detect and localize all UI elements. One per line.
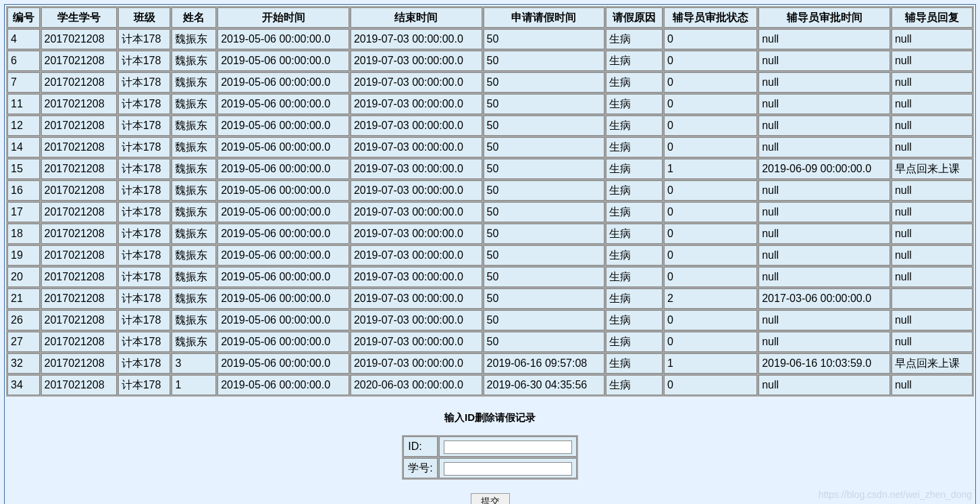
table-row: 212017021208计本178魏振东2019-05-06 00:00:00.… — [7, 288, 973, 309]
cell: 计本178 — [118, 375, 171, 395]
table-header-row: 编号学生学号班级姓名开始时间结束时间申请请假时间请假原因辅导员审批状态辅导员审批… — [7, 7, 973, 28]
cell: 2017021208 — [41, 202, 117, 222]
cell: 1 — [172, 375, 216, 395]
cell: 2019-05-06 00:00:00.0 — [217, 245, 349, 266]
col-header-10: 辅导员回复 — [892, 7, 973, 28]
cell: 0 — [664, 375, 757, 395]
cell: null — [758, 245, 890, 266]
cell: 魏振东 — [172, 288, 216, 309]
cell: 0 — [664, 51, 757, 71]
cell: 2017021208 — [41, 288, 117, 309]
col-header-5: 结束时间 — [351, 7, 482, 28]
cell: 2017-03-06 00:00:00.0 — [758, 288, 890, 309]
cell: 2017021208 — [41, 94, 117, 114]
cell: 2017021208 — [41, 224, 117, 244]
cell: 计本178 — [118, 51, 171, 71]
cell: 2019-05-06 00:00:00.0 — [217, 375, 349, 395]
cell: 2017021208 — [41, 29, 117, 49]
col-header-6: 申请请假时间 — [484, 7, 605, 28]
cell: 生病 — [606, 310, 663, 330]
cell: null — [758, 94, 890, 114]
cell: null — [892, 94, 973, 114]
cell: 2019-05-06 00:00:00.0 — [217, 29, 349, 49]
cell: 12 — [7, 116, 40, 136]
cell: null — [892, 29, 973, 49]
cell: 2019-07-03 00:00:00.0 — [351, 159, 482, 179]
cell: 11 — [7, 94, 40, 114]
cell: 2019-05-06 00:00:00.0 — [217, 202, 349, 222]
submit-button[interactable]: 提交 — [471, 493, 510, 504]
cell: 生病 — [606, 245, 663, 266]
delete-form-table: ID: 学号: — [402, 435, 577, 480]
cell: null — [892, 224, 973, 244]
cell: 21 — [7, 288, 40, 309]
cell: 0 — [664, 180, 757, 201]
cell: 生病 — [606, 180, 663, 201]
cell: 50 — [484, 51, 605, 71]
cell: 计本178 — [118, 116, 171, 136]
cell: 19 — [7, 245, 40, 266]
table-row: 62017021208计本178魏振东2019-05-06 00:00:00.0… — [7, 51, 973, 71]
col-header-4: 开始时间 — [217, 7, 349, 28]
cell: 50 — [484, 29, 605, 49]
cell: null — [758, 332, 890, 352]
table-row: 72017021208计本178魏振东2019-05-06 00:00:00.0… — [7, 72, 973, 93]
cell: 2019-07-03 00:00:00.0 — [351, 29, 482, 49]
delete-form-section: 输入ID删除请假记录 ID: 学号: 提交 — [6, 411, 974, 504]
cell: 18 — [7, 224, 40, 244]
cell: null — [758, 375, 890, 395]
cell: 50 — [484, 224, 605, 244]
cell: 14 — [7, 137, 40, 157]
cell: 2017021208 — [41, 310, 117, 330]
cell: 魏振东 — [172, 180, 216, 201]
table-row: 172017021208计本178魏振东2019-05-06 00:00:00.… — [7, 202, 973, 222]
cell: 3 — [172, 353, 216, 374]
cell: 魏振东 — [172, 159, 216, 179]
cell: 计本178 — [118, 202, 171, 222]
cell: null — [892, 310, 973, 330]
cell: 魏振东 — [172, 51, 216, 71]
col-header-1: 学生学号 — [41, 7, 117, 28]
cell: 2019-06-16 10:03:59.0 — [758, 353, 890, 374]
cell: null — [892, 267, 973, 287]
cell: 2017021208 — [41, 267, 117, 287]
cell: 50 — [484, 94, 605, 114]
cell: 2 — [664, 288, 757, 309]
cell: 6 — [7, 51, 40, 71]
cell: 0 — [664, 94, 757, 114]
leave-records-table: 编号学生学号班级姓名开始时间结束时间申请请假时间请假原因辅导员审批状态辅导员审批… — [6, 6, 974, 397]
cell: 生病 — [606, 202, 663, 222]
cell: 32 — [7, 353, 40, 374]
table-row: 112017021208计本178魏振东2019-05-06 00:00:00.… — [7, 94, 973, 114]
cell: 魏振东 — [172, 137, 216, 157]
table-row: 182017021208计本178魏振东2019-05-06 00:00:00.… — [7, 224, 973, 244]
cell: 魏振东 — [172, 224, 216, 244]
cell: 魏振东 — [172, 332, 216, 352]
cell: 2017021208 — [41, 116, 117, 136]
cell: 0 — [664, 245, 757, 266]
cell: 魏振东 — [172, 310, 216, 330]
student-no-input[interactable] — [444, 462, 572, 476]
cell: 0 — [664, 224, 757, 244]
cell: 计本178 — [118, 137, 171, 157]
cell: 生病 — [606, 353, 663, 374]
cell: 计本178 — [118, 29, 171, 49]
cell: 魏振东 — [172, 94, 216, 114]
cell: 2019-06-30 04:35:56 — [484, 375, 605, 395]
cell: 生病 — [606, 159, 663, 179]
cell: null — [758, 29, 890, 49]
cell: null — [892, 137, 973, 157]
form-title: 输入ID删除请假记录 — [6, 411, 974, 424]
cell: 2019-06-09 00:00:00.0 — [758, 159, 890, 179]
cell: 1 — [664, 353, 757, 374]
cell: null — [892, 332, 973, 352]
table-row: 262017021208计本178魏振东2019-05-06 00:00:00.… — [7, 310, 973, 330]
cell — [892, 288, 973, 309]
cell: null — [758, 116, 890, 136]
cell: 魏振东 — [172, 72, 216, 93]
cell: 早点回来上课 — [892, 353, 973, 374]
id-input[interactable] — [444, 440, 572, 454]
cell: 2020-06-03 00:00:00.0 — [351, 375, 482, 395]
cell: 2019-05-06 00:00:00.0 — [217, 72, 349, 93]
cell: 50 — [484, 267, 605, 287]
